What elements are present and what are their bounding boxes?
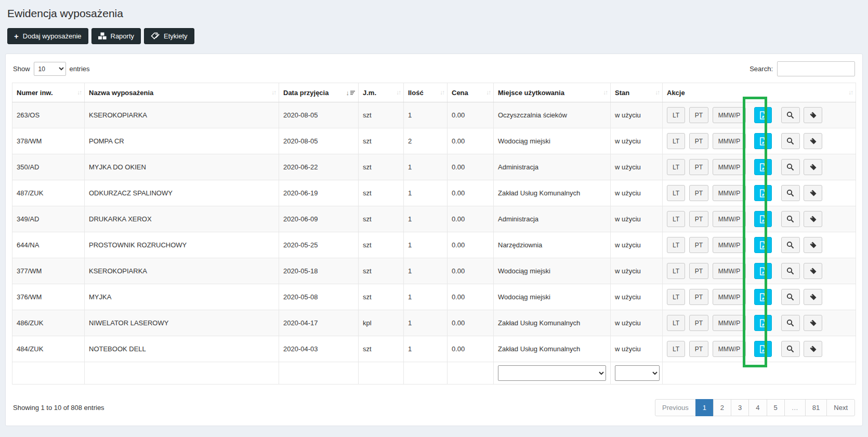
cell-ilosc: 2	[404, 128, 448, 154]
lt-button[interactable]: LT	[667, 107, 685, 123]
pdf-export-button[interactable]	[754, 289, 772, 305]
pt-button[interactable]: PT	[689, 237, 708, 253]
column-header-akcje[interactable]: Akcje↓↑	[663, 83, 856, 102]
cell-miejsce: Administracja	[494, 206, 611, 232]
lt-button[interactable]: LT	[667, 237, 685, 253]
mmwp-button[interactable]: MMW/P	[713, 133, 746, 149]
pdf-export-button[interactable]	[754, 211, 772, 227]
mmwp-button[interactable]: MMW/P	[713, 263, 746, 279]
details-search-button[interactable]	[781, 315, 800, 331]
pt-button[interactable]: PT	[689, 133, 708, 149]
pt-button[interactable]: PT	[689, 315, 708, 331]
tag-icon	[809, 345, 817, 353]
cell-akcje: LT PT MMW/P	[663, 128, 856, 154]
pdf-export-button[interactable]	[754, 315, 772, 331]
pt-button[interactable]: PT	[689, 289, 708, 305]
show-label: Show	[13, 65, 30, 73]
filter-miejsce-select[interactable]	[498, 365, 606, 381]
mmwp-button[interactable]: MMW/P	[713, 315, 746, 331]
details-search-button[interactable]	[781, 341, 800, 357]
column-header-data-przyjecia[interactable]: Data przyjęcia ↓	[279, 83, 359, 102]
table-row: 484/ZUK NOTEBOOK DELL 2020-04-03 szt 1 0…	[12, 336, 856, 362]
label-button[interactable]	[804, 159, 822, 175]
column-header-miejsce[interactable]: Miejsce użytkowania↓↑	[494, 83, 611, 102]
pdf-export-button[interactable]	[754, 237, 772, 253]
pagination-page-1[interactable]: 1	[695, 399, 714, 416]
pt-button[interactable]: PT	[689, 185, 708, 201]
lt-button[interactable]: LT	[667, 133, 685, 149]
cell-miejsce: Wodociąg miejski	[494, 258, 611, 284]
sort-icon: ↓↑	[440, 89, 444, 96]
labels-button[interactable]: Etykiety	[144, 28, 194, 44]
pdf-export-button[interactable]	[754, 185, 772, 201]
pt-button[interactable]: PT	[689, 107, 708, 123]
add-equipment-button[interactable]: + Dodaj wyposażenie	[7, 28, 88, 44]
pt-button[interactable]: PT	[689, 341, 708, 357]
pagination-next[interactable]: Next	[826, 399, 855, 416]
pdf-export-button[interactable]	[754, 133, 772, 149]
label-button[interactable]	[804, 341, 822, 357]
page-length-select[interactable]: 10	[34, 62, 66, 76]
lt-button[interactable]: LT	[667, 211, 685, 227]
label-button[interactable]	[804, 107, 822, 123]
mmwp-button[interactable]: MMW/P	[713, 211, 746, 227]
lt-button[interactable]: LT	[667, 341, 685, 357]
details-search-button[interactable]	[781, 159, 800, 175]
label-button[interactable]	[804, 185, 822, 201]
mmwp-button[interactable]: MMW/P	[713, 237, 746, 253]
pt-button[interactable]: PT	[689, 263, 708, 279]
details-search-button[interactable]	[781, 211, 800, 227]
label-button[interactable]	[804, 211, 822, 227]
lt-button[interactable]: LT	[667, 289, 685, 305]
page-title: Ewidencja wyposażenia	[7, 7, 863, 20]
cell-akcje: LT PT MMW/P	[663, 180, 856, 206]
search-input[interactable]	[777, 61, 855, 76]
label-button[interactable]	[804, 263, 822, 279]
pagination-page-4[interactable]: 4	[748, 399, 767, 416]
filter-stan-select[interactable]	[615, 365, 660, 381]
label-button[interactable]	[804, 315, 822, 331]
mmwp-button[interactable]: MMW/P	[713, 289, 746, 305]
label-button[interactable]	[804, 133, 822, 149]
pagination-page-5[interactable]: 5	[767, 399, 785, 416]
mmwp-button[interactable]: MMW/P	[713, 159, 746, 175]
pdf-export-button[interactable]	[754, 107, 772, 123]
mmwp-button[interactable]: MMW/P	[713, 341, 746, 357]
details-search-button[interactable]	[781, 237, 800, 253]
pagination-page-3[interactable]: 3	[731, 399, 749, 416]
cell-nazwa: MYJKA	[85, 284, 279, 310]
details-search-button[interactable]	[781, 185, 800, 201]
column-header-numer-inw[interactable]: Numer inw.↓↑	[12, 83, 85, 102]
column-header-stan[interactable]: Stan↓↑	[611, 83, 663, 102]
pt-button[interactable]: PT	[689, 211, 708, 227]
details-search-button[interactable]	[781, 289, 800, 305]
lt-button[interactable]: LT	[667, 185, 685, 201]
pagination-page-81[interactable]: 81	[805, 399, 827, 416]
label-button[interactable]	[804, 237, 822, 253]
pagination-previous[interactable]: Previous	[655, 399, 696, 416]
column-header-ilosc[interactable]: Ilość↓↑	[404, 83, 448, 102]
mmwp-button[interactable]: MMW/P	[713, 185, 746, 201]
pdf-export-button[interactable]	[754, 341, 772, 357]
pdf-export-button[interactable]	[754, 263, 772, 279]
column-header-jm[interactable]: J.m.↓↑	[359, 83, 404, 102]
lt-button[interactable]: LT	[667, 263, 685, 279]
cell-cena: 0.00	[448, 206, 494, 232]
lt-button[interactable]: LT	[667, 315, 685, 331]
reports-label: Raporty	[111, 32, 135, 40]
lt-button[interactable]: LT	[667, 159, 685, 175]
column-header-nazwa[interactable]: Nazwa wyposażenia↓↑	[85, 83, 279, 102]
reports-button[interactable]: Raporty	[91, 28, 141, 44]
details-search-button[interactable]	[781, 107, 800, 123]
table-row: 263/OS KSEROKOPIARKA 2020-08-05 szt 1 0.…	[12, 102, 856, 128]
pdf-file-icon	[759, 267, 767, 275]
column-header-cena[interactable]: Cena↓↑	[448, 83, 494, 102]
pagination-page-2[interactable]: 2	[713, 399, 731, 416]
details-search-button[interactable]	[781, 133, 800, 149]
mmwp-button[interactable]: MMW/P	[713, 107, 746, 123]
label-button[interactable]	[804, 289, 822, 305]
pt-button[interactable]: PT	[689, 159, 708, 175]
cell-miejsce: Zakład Usług Komunalnych	[494, 310, 611, 336]
details-search-button[interactable]	[781, 263, 800, 279]
pdf-export-button[interactable]	[754, 159, 772, 175]
